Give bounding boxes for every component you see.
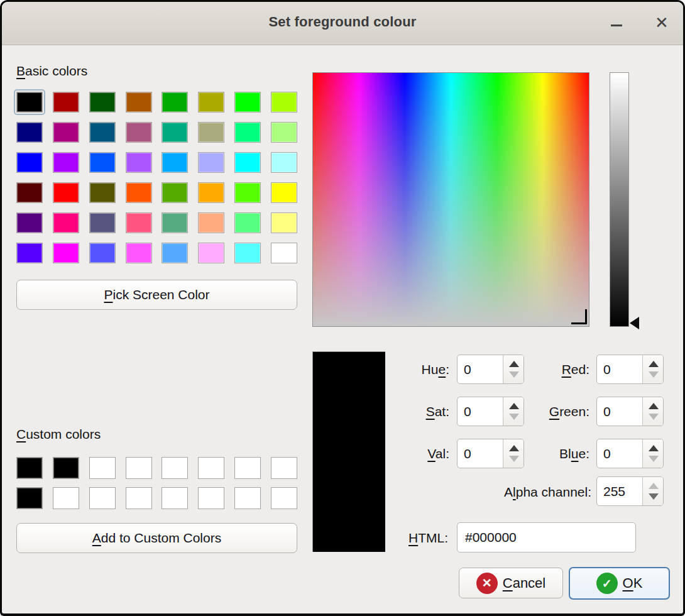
basic-color-swatch[interactable] <box>198 92 224 113</box>
basic-color-swatch[interactable] <box>89 152 116 173</box>
spin-down-icon[interactable] <box>649 493 659 500</box>
basic-color-swatch[interactable] <box>53 92 79 113</box>
custom-color-swatch[interactable] <box>162 457 188 479</box>
basic-color-swatch[interactable] <box>162 122 188 143</box>
basic-color-swatch[interactable] <box>162 243 188 263</box>
basic-colors-grid <box>16 92 297 263</box>
spin-down-icon[interactable] <box>649 456 659 462</box>
custom-color-swatch[interactable] <box>271 457 297 479</box>
dialog-window: Set foreground colour ✕ Basic colors Pic… <box>0 0 685 616</box>
basic-color-swatch[interactable] <box>162 212 188 233</box>
basic-color-swatch[interactable] <box>271 92 297 113</box>
custom-color-swatch[interactable] <box>162 487 188 509</box>
red-label: Red: <box>511 362 589 377</box>
basic-color-swatch[interactable] <box>271 243 297 263</box>
pick-screen-color-button[interactable]: Pick Screen Color <box>16 280 297 310</box>
basic-color-swatch[interactable] <box>198 243 224 263</box>
basic-color-swatch[interactable] <box>198 182 224 203</box>
dialog-body: Set foreground colour ✕ Basic colors Pic… <box>2 2 683 613</box>
basic-color-swatch[interactable] <box>198 122 224 143</box>
basic-color-swatch[interactable] <box>271 152 297 173</box>
basic-color-swatch[interactable] <box>16 243 43 263</box>
basic-color-swatch[interactable] <box>234 243 261 263</box>
alpha-input[interactable] <box>597 477 642 505</box>
custom-color-swatch[interactable] <box>126 457 152 479</box>
basic-color-swatch[interactable] <box>16 92 43 113</box>
basic-color-swatch[interactable] <box>16 122 43 143</box>
spin-up-icon[interactable] <box>649 445 659 451</box>
basic-color-swatch[interactable] <box>234 122 261 143</box>
spin-up-icon[interactable] <box>649 403 659 409</box>
blue-input[interactable] <box>597 439 642 468</box>
sat-label: Sat: <box>379 404 449 419</box>
red-input[interactable] <box>597 355 642 383</box>
basic-color-swatch[interactable] <box>126 122 152 143</box>
basic-color-swatch[interactable] <box>271 212 297 233</box>
ok-button[interactable]: ✓ OK <box>569 567 670 600</box>
basic-color-swatch[interactable] <box>271 122 297 143</box>
basic-color-swatch[interactable] <box>198 152 224 173</box>
custom-color-swatch[interactable] <box>16 487 43 509</box>
custom-color-swatch[interactable] <box>53 487 79 509</box>
close-icon[interactable]: ✕ <box>652 12 671 33</box>
basic-color-swatch[interactable] <box>53 152 79 173</box>
basic-color-swatch[interactable] <box>53 243 79 263</box>
basic-color-swatch[interactable] <box>126 182 152 203</box>
basic-color-swatch[interactable] <box>234 152 261 173</box>
value-slider[interactable] <box>610 72 629 327</box>
spin-up-icon[interactable] <box>649 483 659 489</box>
sat-input[interactable] <box>458 397 502 426</box>
html-label: HTML: <box>379 531 448 546</box>
basic-color-swatch[interactable] <box>53 122 79 143</box>
basic-color-swatch[interactable] <box>53 182 79 203</box>
red-spinbox <box>596 355 664 384</box>
basic-color-swatch[interactable] <box>162 92 188 113</box>
custom-color-swatch[interactable] <box>198 487 224 509</box>
titlebar[interactable]: Set foreground colour ✕ <box>2 2 683 45</box>
basic-color-swatch[interactable] <box>198 212 224 233</box>
spin-down-icon[interactable] <box>649 414 659 420</box>
add-to-custom-colors-button[interactable]: Add to Custom Colors <box>16 523 297 553</box>
basic-color-swatch[interactable] <box>234 182 261 203</box>
custom-color-swatch[interactable] <box>89 487 116 509</box>
val-input[interactable] <box>458 439 502 468</box>
spin-down-icon[interactable] <box>649 371 659 378</box>
basic-color-swatch[interactable] <box>16 152 43 173</box>
basic-color-swatch[interactable] <box>126 152 152 173</box>
basic-color-swatch[interactable] <box>89 92 116 113</box>
value-slider-handle[interactable] <box>630 317 639 329</box>
custom-color-swatch[interactable] <box>16 457 43 479</box>
hue-input[interactable] <box>458 355 502 383</box>
basic-color-swatch[interactable] <box>126 243 152 263</box>
val-label: Val: <box>379 446 449 461</box>
custom-color-swatch[interactable] <box>198 457 224 479</box>
basic-color-swatch[interactable] <box>89 212 116 233</box>
hue-saturation-picker[interactable] <box>312 72 589 327</box>
green-input[interactable] <box>597 397 642 426</box>
basic-color-swatch[interactable] <box>234 92 261 113</box>
custom-color-swatch[interactable] <box>126 487 152 509</box>
basic-color-swatch[interactable] <box>126 212 152 233</box>
hue-label: Hue: <box>379 362 449 377</box>
basic-color-swatch[interactable] <box>162 182 188 203</box>
custom-color-swatch[interactable] <box>234 457 261 479</box>
html-color-input[interactable] <box>457 522 636 553</box>
basic-color-swatch[interactable] <box>126 92 152 113</box>
green-spinbox <box>596 397 664 426</box>
custom-color-swatch[interactable] <box>234 487 261 509</box>
custom-color-swatch[interactable] <box>89 457 116 479</box>
custom-color-swatch[interactable] <box>53 457 79 479</box>
basic-color-swatch[interactable] <box>53 212 79 233</box>
basic-color-swatch[interactable] <box>16 182 43 203</box>
cancel-button[interactable]: ✕ Cancel <box>459 568 563 598</box>
custom-color-swatch[interactable] <box>271 487 297 509</box>
spin-up-icon[interactable] <box>649 361 659 367</box>
basic-color-swatch[interactable] <box>271 182 297 203</box>
basic-color-swatch[interactable] <box>89 122 116 143</box>
basic-color-swatch[interactable] <box>89 182 116 203</box>
basic-color-swatch[interactable] <box>162 152 188 173</box>
basic-color-swatch[interactable] <box>234 212 261 233</box>
minimize-icon[interactable] <box>611 25 622 26</box>
basic-color-swatch[interactable] <box>16 212 43 233</box>
basic-color-swatch[interactable] <box>89 243 116 263</box>
